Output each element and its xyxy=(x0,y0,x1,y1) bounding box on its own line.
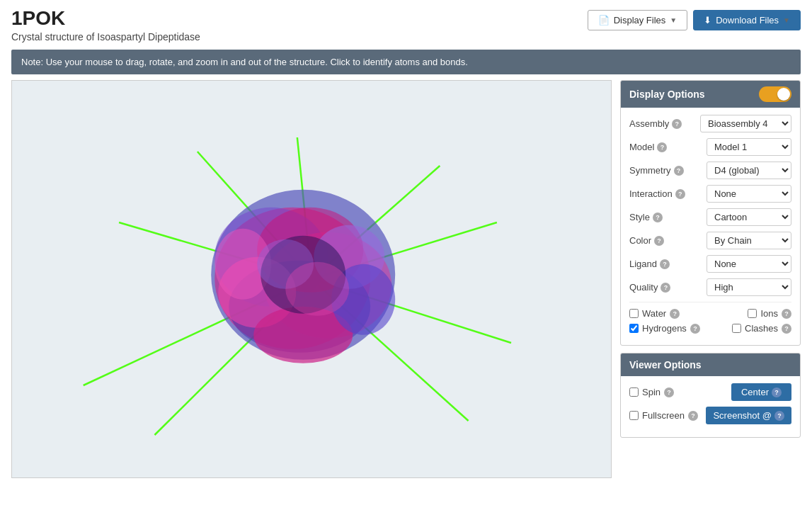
symmetry-select[interactable]: D4 (global) None xyxy=(707,162,791,179)
ions-label: Ions xyxy=(760,308,778,319)
style-label: Style ? xyxy=(629,212,663,222)
center-button[interactable]: Center ? xyxy=(731,383,791,401)
fullscreen-row: Fullscreen ? Screenshot @ ? xyxy=(629,407,791,424)
quality-label: Quality ? xyxy=(629,282,670,293)
subtitle: Crystal structure of Isoaspartyl Dipepti… xyxy=(11,31,200,43)
style-select[interactable]: Cartoon Stick Line Sphere xyxy=(707,208,791,226)
color-label: Color ? xyxy=(629,235,664,246)
toggle-knob xyxy=(777,88,790,101)
color-row: Color ? By Chain By Residue By Atom Spec… xyxy=(629,232,791,249)
style-row: Style ? Cartoon Stick Line Sphere xyxy=(629,208,791,226)
svg-point-26 xyxy=(285,262,349,316)
spin-label: Spin xyxy=(642,387,661,397)
model-label: Model ? xyxy=(629,142,667,152)
clashes-checkbox-item: Clashes ? xyxy=(732,323,791,334)
display-options-header: Display Options xyxy=(621,81,800,108)
spin-help-icon[interactable]: ? xyxy=(664,387,674,397)
viewer-options-body: Spin ? Center ? Fullscreen ? xyxy=(621,376,800,437)
right-panel: Display Options Assembly ? Bioassembly 4… xyxy=(620,80,801,478)
clashes-help-icon[interactable]: ? xyxy=(782,324,791,334)
clashes-label: Clashes xyxy=(745,323,778,334)
main-layout: Display Options Assembly ? Bioassembly 4… xyxy=(0,80,812,489)
quality-help-icon[interactable]: ? xyxy=(661,283,670,293)
viewer-options-header: Viewer Options xyxy=(621,353,800,376)
pdb-id: 1POK xyxy=(11,7,200,30)
spin-row: Spin ? Center ? xyxy=(629,383,791,401)
screenshot-help-icon[interactable]: ? xyxy=(774,411,784,421)
interaction-row: Interaction ? None Ligand All xyxy=(629,185,791,203)
display-options-card: Display Options Assembly ? Bioassembly 4… xyxy=(620,80,801,346)
ions-checkbox-item: Ions ? xyxy=(748,308,791,319)
ligand-select[interactable]: None Stick xyxy=(707,255,791,273)
color-help-icon[interactable]: ? xyxy=(654,236,664,246)
ions-help-icon[interactable]: ? xyxy=(782,309,791,319)
ions-checkbox[interactable] xyxy=(748,309,757,318)
hydrogens-checkbox-item: Hydrogens ? xyxy=(629,323,700,334)
fullscreen-left: Fullscreen ? xyxy=(629,410,698,421)
download-caret-icon: ▼ xyxy=(783,16,790,24)
style-help-icon[interactable]: ? xyxy=(653,213,663,222)
header-buttons: 📄 Display Files ▼ ⬇ Download Files ▼ xyxy=(588,7,801,30)
fullscreen-help-icon[interactable]: ? xyxy=(688,411,698,421)
fullscreen-label: Fullscreen xyxy=(642,410,685,421)
viewer-options-card: Viewer Options Spin ? Center ? xyxy=(620,353,801,438)
viewer-canvas xyxy=(12,81,611,477)
water-checkbox[interactable] xyxy=(629,309,639,318)
file-icon: 📄 xyxy=(598,15,610,26)
hydrogens-checkbox[interactable] xyxy=(629,324,639,333)
display-files-button[interactable]: 📄 Display Files ▼ xyxy=(588,10,688,30)
assembly-label: Assembly ? xyxy=(629,118,682,129)
display-toggle[interactable] xyxy=(759,86,791,102)
quality-select[interactable]: High Medium Low xyxy=(707,278,791,296)
quality-row: Quality ? High Medium Low xyxy=(629,278,791,296)
title-block: 1POK Crystal structure of Isoaspartyl Di… xyxy=(11,7,200,43)
interaction-help-icon[interactable]: ? xyxy=(675,189,685,199)
model-row: Model ? Model 1 Model 2 xyxy=(629,138,791,156)
center-help-icon[interactable]: ? xyxy=(772,387,782,397)
download-icon: ⬇ xyxy=(704,15,711,26)
spin-checkbox[interactable] xyxy=(629,387,639,397)
color-select[interactable]: By Chain By Residue By Atom Spectrum xyxy=(707,232,791,249)
symmetry-row: Symmetry ? D4 (global) None xyxy=(629,162,791,179)
spin-left: Spin ? xyxy=(629,387,674,397)
water-help-icon[interactable]: ? xyxy=(670,309,680,319)
assembly-row: Assembly ? Bioassembly 4 Bioassembly 1 B… xyxy=(629,115,791,132)
model-select[interactable]: Model 1 Model 2 xyxy=(707,138,791,156)
symmetry-help-icon[interactable]: ? xyxy=(674,166,684,176)
ligand-label: Ligand ? xyxy=(629,259,670,269)
hydrogens-clashes-row: Hydrogens ? Clashes ? xyxy=(629,323,791,334)
screenshot-button[interactable]: Screenshot @ ? xyxy=(706,407,791,424)
model-help-icon[interactable]: ? xyxy=(657,142,667,152)
ligand-row: Ligand ? None Stick xyxy=(629,255,791,273)
interaction-label: Interaction ? xyxy=(629,188,685,199)
fullscreen-checkbox[interactable] xyxy=(629,411,639,420)
hydrogens-label: Hydrogens xyxy=(642,323,687,334)
hydrogens-help-icon[interactable]: ? xyxy=(690,324,700,334)
display-caret-icon: ▼ xyxy=(670,16,677,24)
symmetry-label: Symmetry ? xyxy=(629,165,684,176)
interaction-select[interactable]: None Ligand All xyxy=(707,185,791,203)
viewer-panel[interactable] xyxy=(11,80,612,478)
assembly-select[interactable]: Bioassembly 4 Bioassembly 1 Bioassembly … xyxy=(700,115,791,132)
display-options-body: Assembly ? Bioassembly 4 Bioassembly 1 B… xyxy=(621,108,800,345)
assembly-help-icon[interactable]: ? xyxy=(672,119,682,129)
ligand-help-icon[interactable]: ? xyxy=(660,259,670,269)
water-checkbox-item: Water ? xyxy=(629,308,680,319)
page-header: 1POK Crystal structure of Isoaspartyl Di… xyxy=(0,0,812,43)
water-label: Water xyxy=(642,308,666,319)
checkbox-section: Water ? Ions ? Hydrogens ? xyxy=(629,302,791,334)
download-files-button[interactable]: ⬇ Download Files ▼ xyxy=(693,10,801,30)
protein-structure xyxy=(186,165,427,385)
clashes-checkbox[interactable] xyxy=(732,324,741,333)
water-ions-row: Water ? Ions ? xyxy=(629,308,791,319)
note-bar: Note: Use your mouse to drag, rotate, an… xyxy=(11,50,801,74)
